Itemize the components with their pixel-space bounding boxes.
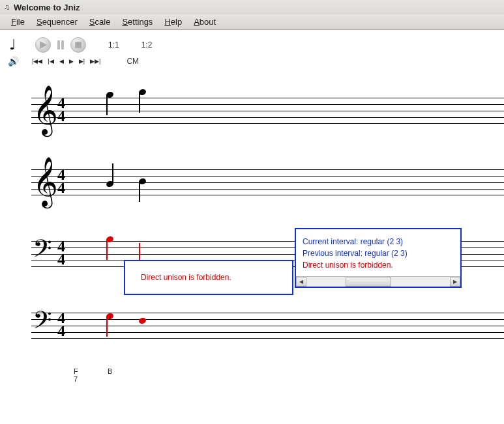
time-denominator: 4 <box>57 181 65 194</box>
menu-scale[interactable]: Scale <box>83 15 117 29</box>
staff-lines <box>31 98 504 124</box>
interval-current: Current interval: regular (2 3) <box>296 236 460 247</box>
bass-clef-icon: 𝄢 <box>33 234 52 270</box>
play-button[interactable] <box>35 37 51 53</box>
staff-lines <box>31 169 504 195</box>
time-denominator: 4 <box>57 253 65 266</box>
staff-1: 𝄞 4 4 <box>31 78 504 150</box>
interval-tooltip: Current interval: regular (2 3) Previous… <box>295 228 462 288</box>
app-icon: ♫ <box>4 3 10 12</box>
scroll-right-icon[interactable]: ▶ <box>450 277 460 287</box>
next-button[interactable]: ▶| <box>78 57 86 66</box>
time-signature: 4 4 <box>57 168 65 194</box>
staff-4: 𝄢 4 4 <box>31 293 504 365</box>
error-tooltip: Direct unison is forbidden. <box>124 260 293 295</box>
sub-toolbar: 🔊 |◀◀ |◀ ◀ ▶ ▶| ▶▶| CM <box>0 53 504 72</box>
note[interactable] <box>139 178 146 184</box>
treble-clef-icon: 𝄞 <box>33 156 58 207</box>
window-title: Welcome to Jniz <box>14 3 80 12</box>
forward-button[interactable]: ▶ <box>68 57 75 66</box>
position-1: 1:1 <box>108 40 119 49</box>
menu-help[interactable]: Help <box>158 15 188 29</box>
menubar: File Sequencer Scale Settings Help About <box>0 14 504 30</box>
time-signature: 4 4 <box>57 311 65 337</box>
bass-clef-icon: 𝄢 <box>33 305 52 341</box>
scroll-thumb[interactable] <box>346 277 391 287</box>
position-2: 1:2 <box>141 40 153 49</box>
menu-sequencer[interactable]: Sequencer <box>31 15 83 29</box>
note-error[interactable] <box>139 318 146 324</box>
svg-rect-1 <box>75 42 82 48</box>
svg-marker-0 <box>40 41 47 49</box>
speaker-icon[interactable]: 🔊 <box>8 56 19 66</box>
back-button[interactable]: ◀ <box>58 57 65 66</box>
skip-first-button[interactable]: |◀◀ <box>31 57 44 66</box>
time-denominator: 4 <box>57 109 65 122</box>
chord-label-ext: 7 <box>74 375 78 383</box>
titlebar: ♫ Welcome to Jniz <box>0 0 504 14</box>
note-error[interactable] <box>106 313 113 319</box>
note-error[interactable] <box>106 236 113 242</box>
pause-button[interactable] <box>57 40 64 49</box>
scroll-left-icon[interactable]: ◀ <box>296 277 306 287</box>
chord-label-root: B <box>108 367 112 375</box>
skip-last-button[interactable]: ▶▶| <box>89 57 102 66</box>
score-area: 𝄞 4 4 𝄞 4 4 𝄢 <box>0 72 504 365</box>
prev-button[interactable]: |◀ <box>46 57 55 66</box>
scroll-track[interactable] <box>306 277 450 287</box>
note[interactable] <box>106 92 113 98</box>
note[interactable] <box>139 89 146 95</box>
toolbar: ♩ 1:1 1:2 <box>0 30 504 53</box>
menu-settings[interactable]: Settings <box>116 15 158 29</box>
interval-error: Direct unison is forbidden. <box>296 259 460 271</box>
treble-clef-icon: 𝄞 <box>33 85 58 135</box>
key-label: CM <box>126 57 139 66</box>
chord-label-2: B <box>108 367 112 375</box>
staff-2: 𝄞 4 4 <box>31 150 504 221</box>
chord-label-root: F <box>74 367 78 375</box>
quarter-note-icon[interactable]: ♩ <box>9 36 16 53</box>
note[interactable] <box>106 181 113 187</box>
staff-lines <box>31 313 504 339</box>
stop-button[interactable] <box>70 37 86 53</box>
interval-previous: Previous interval: regular (2 3) <box>296 247 460 259</box>
error-tooltip-text: Direct unison is forbidden. <box>141 273 231 282</box>
menu-about[interactable]: About <box>188 15 222 29</box>
time-denominator: 4 <box>57 324 65 337</box>
time-signature: 4 4 <box>57 96 65 122</box>
tooltip-scrollbar[interactable]: ◀ ▶ <box>296 276 460 287</box>
time-signature: 4 4 <box>57 240 65 266</box>
menu-file[interactable]: File <box>5 15 31 29</box>
chord-label-1: F 7 <box>74 367 78 383</box>
